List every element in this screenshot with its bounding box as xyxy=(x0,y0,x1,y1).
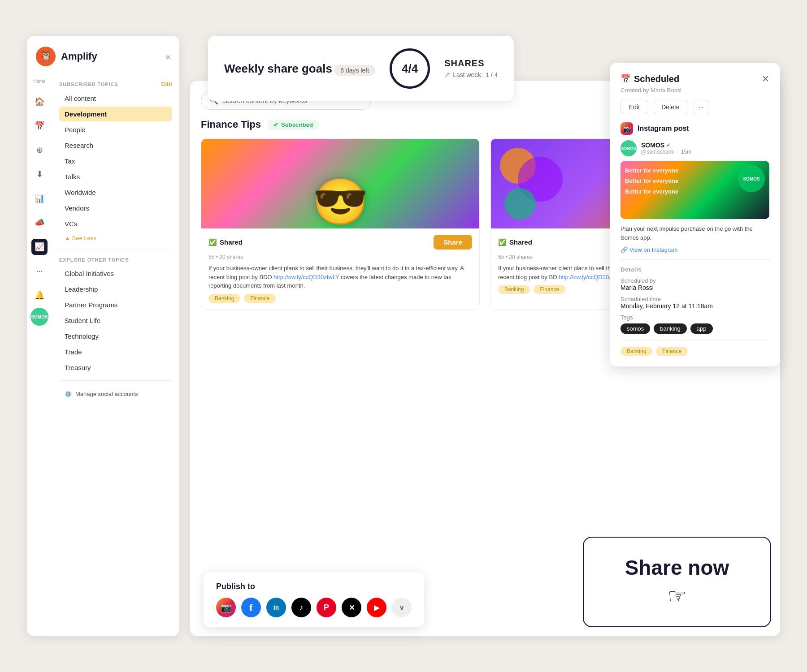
sidebar-item-leadership[interactable]: Leadership xyxy=(59,282,172,297)
tag-banking-2: Banking xyxy=(498,285,530,294)
tag-somos: somos xyxy=(620,323,650,334)
notification-icon-btn[interactable]: 🔔 xyxy=(31,287,48,303)
details-label: Details xyxy=(620,266,769,273)
close-panel-button[interactable]: ✕ xyxy=(762,73,769,84)
created-by: Created by Maria Rossi xyxy=(620,87,769,94)
owl-logo: 🦉 xyxy=(36,47,56,66)
item-meta-1: 5h • 20 shares xyxy=(208,254,472,260)
last-week-value: 1 / 4 xyxy=(486,71,498,78)
goals-stats: SHARES ↗ Last week: 1 / 4 xyxy=(444,58,498,79)
publish-title: Publish to xyxy=(216,582,412,591)
edit-topics-button[interactable]: Edit xyxy=(161,81,172,87)
panel-title: 📅 Scheduled xyxy=(620,74,679,84)
main-panel: Weekly share goals 6 days left 4/4 SHARE… xyxy=(190,36,780,636)
scheduled-panel: 📅 Scheduled ✕ Created by Maria Rossi Edi… xyxy=(610,63,780,366)
panel-image-text: Better for everyoneBetter for everyoneBe… xyxy=(625,165,678,197)
sidebar-item-talks[interactable]: Talks xyxy=(59,169,172,184)
sidebar-item-all-content[interactable]: All content xyxy=(59,91,172,106)
share-now-card[interactable]: Share now ☞ xyxy=(583,537,771,627)
sidebar-content: SUBSCRIBED TOPICS Edit All content Devel… xyxy=(52,81,179,402)
manage-social-button[interactable]: ⚙️ Manage social accounts xyxy=(59,386,172,402)
shared-status-2: ✅ Shared xyxy=(498,238,532,246)
sidebar-item-treasury[interactable]: Treasury xyxy=(59,360,172,375)
last-week-prefix: Last week: xyxy=(453,71,483,78)
item-footer-1: ✅ Shared Share 5h • 20 shares If your bu… xyxy=(201,228,479,309)
cursor-hand-icon: ☞ xyxy=(668,583,687,608)
scheduled-by-row: Scheduled by Maria Rossi xyxy=(620,277,769,291)
instagram-label: 📷 Instagram post xyxy=(620,122,769,135)
chart-icon-btn[interactable]: 📊 xyxy=(31,190,48,207)
amplify-icon-btn[interactable]: 📈 xyxy=(31,239,48,255)
item-desc-1: If your business-owner client plans to s… xyxy=(208,264,472,290)
somos-account-row: SOMOS SOMOS ✔ @somosbank · 15m xyxy=(620,140,769,156)
calendar-icon: 📅 xyxy=(620,74,630,84)
somos-account-info: SOMOS ✔ @somosbank · 15m xyxy=(641,142,691,155)
collapse-button[interactable]: « xyxy=(166,52,170,61)
check-circle-icon-1: ✅ xyxy=(208,238,217,246)
x-twitter-icon[interactable]: ✕ xyxy=(342,598,361,617)
sidebar-icon-strip: Home 🏠 📅 ⊕ ⬇ 📊 📣 📈 ··· 🔔 ❓ SOMOS xyxy=(27,72,52,335)
tag-banking: banking xyxy=(654,323,687,334)
youtube-icon[interactable]: ▶ xyxy=(367,598,386,617)
panel-bottom-tags: Banking Finance xyxy=(620,340,769,356)
sidebar-item-development[interactable]: Development xyxy=(59,107,172,121)
goals-title: Weekly share goals xyxy=(224,62,332,75)
home-label: Home xyxy=(34,79,46,84)
publish-card: Publish to 📷 f in ♪ P ✕ ▶ ∨ xyxy=(204,572,424,627)
sidebar-item-global[interactable]: Global Initiatives xyxy=(59,266,172,281)
home-icon-btn[interactable]: 🏠 xyxy=(31,94,48,110)
tags-chips: somos banking app xyxy=(620,323,769,334)
shares-label: SHARES xyxy=(444,58,498,69)
goals-progress-circle: 4/4 xyxy=(390,48,430,89)
section-title: Finance Tips xyxy=(201,119,261,130)
sidebar-item-worldwide[interactable]: Worldwide xyxy=(59,185,172,200)
more-platforms-icon[interactable]: ∨ xyxy=(392,598,412,617)
sidebar-item-trade[interactable]: Trade xyxy=(59,345,172,359)
calendar-icon-btn[interactable]: 📅 xyxy=(31,118,48,134)
see-less-button[interactable]: ▲ See Less xyxy=(59,232,172,244)
megaphone-icon-btn[interactable]: 📣 xyxy=(31,215,48,231)
tag-finance-1: Finance xyxy=(244,294,276,303)
trend-up-icon: ↗ xyxy=(444,70,450,79)
delete-button[interactable]: Delete xyxy=(653,100,688,114)
post-description: Plan your next impulse purchase on the g… xyxy=(620,224,769,242)
panel-header: 📅 Scheduled ✕ xyxy=(620,73,769,84)
sidebar-item-tax[interactable]: Tax xyxy=(59,154,172,168)
content-item-1: 😎 ✅ Shared Share 5h • 20 shares If y xyxy=(201,138,480,310)
tiktok-icon[interactable]: ♪ xyxy=(291,598,311,617)
instagram-icon[interactable]: 📷 xyxy=(216,598,236,617)
item-tags-1: Banking Finance xyxy=(208,294,472,303)
panel-post-image: Better for everyoneBetter for everyoneBe… xyxy=(620,161,769,219)
pinterest-icon[interactable]: P xyxy=(317,598,336,617)
linkedin-icon[interactable]: in xyxy=(266,598,286,617)
sidebar-item-student[interactable]: Student Life xyxy=(59,313,172,328)
tag-app: app xyxy=(690,323,713,334)
shared-status-1: ✅ Shared xyxy=(208,238,243,246)
tag-banking-1: Banking xyxy=(208,294,240,303)
sidebar-item-partner[interactable]: Partner Programs xyxy=(59,297,172,312)
more-options-button[interactable]: ··· xyxy=(693,100,710,114)
sidebar-item-people[interactable]: People xyxy=(59,122,172,137)
sidebar-item-vcs[interactable]: VCs xyxy=(59,216,172,231)
last-week-stat: ↗ Last week: 1 / 4 xyxy=(444,70,498,79)
check-circle-icon-2: ✅ xyxy=(498,238,507,246)
sidebar-divider-2 xyxy=(59,380,172,381)
somos-handle-time: @somosbank · 15m xyxy=(641,149,691,155)
sidebar-item-technology[interactable]: Technology xyxy=(59,329,172,344)
more-icon-btn[interactable]: ··· xyxy=(31,263,48,279)
plus-icon-btn[interactable]: ⊕ xyxy=(31,142,48,158)
sidebar-item-vendors[interactable]: Vendors xyxy=(59,201,172,215)
user-avatar[interactable]: SOMOS xyxy=(30,308,48,326)
download-icon-btn[interactable]: ⬇ xyxy=(31,166,48,182)
facebook-icon[interactable]: f xyxy=(241,598,261,617)
subscribed-section-title: SUBSCRIBED TOPICS Edit xyxy=(59,81,172,87)
item-link-1[interactable]: http://ow.ly/ccQD30zfwLY xyxy=(273,274,339,280)
goals-card: Weekly share goals 6 days left 4/4 SHARE… xyxy=(208,36,514,101)
view-on-instagram-link[interactable]: 🔗 View on Instagram xyxy=(620,246,769,253)
gear-icon: ⚙️ xyxy=(65,391,72,397)
share-button-1[interactable]: Share xyxy=(434,235,472,250)
somos-avatar-small: SOMOS xyxy=(620,140,637,156)
days-left-badge: 6 days left xyxy=(334,65,375,76)
sidebar-item-research[interactable]: Research xyxy=(59,138,172,153)
edit-button[interactable]: Edit xyxy=(620,100,648,114)
